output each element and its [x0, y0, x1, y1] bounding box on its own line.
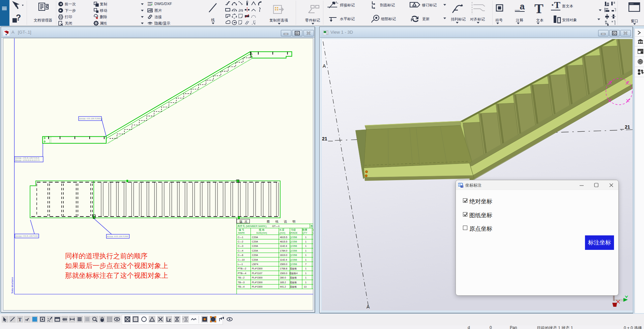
svg-text:A: A — [323, 63, 326, 69]
svg-text:1: 1 — [305, 272, 306, 275]
svg-text:C20A: C20A — [252, 236, 258, 239]
svg-text:花纹板: 花纹板 — [290, 276, 297, 279]
svg-text:C20A: C20A — [252, 249, 258, 252]
svg-text:花纹板4: 花纹板4 — [289, 272, 298, 275]
svg-text:1500.0: 1500.0 — [280, 272, 287, 275]
svg-text:PTB—4: PTB—4 — [238, 272, 246, 275]
svg-text:数: 数 — [311, 225, 313, 228]
svg-text:重: 重 — [313, 229, 314, 231]
svg-text:4615.5: 4615.5 — [280, 236, 287, 239]
svg-text:PTB—2: PTB—2 — [238, 267, 246, 270]
svg-text:L(mm): L(mm) — [279, 232, 285, 234]
svg-text:1: 1 — [305, 240, 306, 243]
svg-text:绝对坐标: 16.35,-1206.70,5600: 绝对坐标: 16.35,-1206.70,5600 — [107, 236, 128, 238]
svg-text:L50*4: L50*4 — [252, 263, 258, 266]
svg-text:Tekla structures: Tekla structures — [11, 277, 13, 294]
svg-text:同样的道理执行之前的顺序: 同样的道理执行之前的顺序 — [65, 252, 148, 260]
svg-text:数量: 数量 — [302, 228, 308, 231]
svg-text:绝对坐标: -6.35,-1206.70,5600.00: 绝对坐标: -6.35,-1206.70,5600.00 — [79, 118, 103, 120]
svg-text:T: T — [18, 317, 22, 322]
svg-text:那就坐标标注在了这个视图对象上: 那就坐标标注在了这个视图对象上 — [65, 272, 168, 279]
svg-text:C—3: C—3 — [238, 244, 243, 248]
svg-text:GRADE: GRADE — [289, 232, 298, 234]
svg-text:DWG: DWG — [148, 2, 153, 4]
svg-text:4615.5: 4615.5 — [280, 240, 287, 243]
svg-text:1: 1 — [305, 254, 306, 257]
svg-text:C20A: C20A — [252, 240, 258, 243]
svg-text:1: 1 — [305, 258, 306, 261]
svg-text:C—6: C—6 — [238, 254, 243, 257]
svg-text:1: 1 — [305, 244, 306, 248]
svg-text:280.0: 280.0 — [280, 276, 286, 279]
svg-text:165.2: 165.2 — [280, 281, 286, 284]
svg-text:等级: 等级 — [291, 228, 296, 231]
svg-text:长度: 长度 — [279, 228, 285, 231]
svg-text:构件号 (MEMBER MARK):: 构件号 (MEMBER MARK): — [237, 225, 267, 228]
svg-text:1619.0: 1619.0 — [280, 254, 287, 257]
svg-text:C20A: C20A — [252, 244, 258, 248]
svg-text:21: 21 — [625, 124, 630, 130]
svg-text:绝对坐标: 1726.35,-1206.70,46.0: 绝对坐标: 1726.35,-1206.70,46.0 — [16, 235, 38, 237]
svg-text:C20A: C20A — [252, 254, 258, 257]
svg-text:13: 13 — [304, 285, 306, 288]
svg-text:TS: TS — [461, 186, 463, 188]
svg-text:TB—3: TB—3 — [238, 281, 244, 284]
svg-text:1500.0: 1500.0 — [280, 263, 287, 266]
svg-text:花纹板: 花纹板 — [290, 281, 297, 284]
svg-text:7: 7 — [305, 263, 306, 266]
svg-text:C20A: C20A — [252, 258, 258, 261]
svg-text:PL4*1500: PL4*1500 — [252, 276, 263, 279]
svg-text:PL4*1500: PL4*1500 — [252, 267, 263, 270]
svg-text:版次: 版次 — [239, 220, 250, 223]
svg-text:441.2: 441.2 — [280, 285, 286, 288]
svg-text:绝对坐标: -1726.35,-1206.70,46.00: 绝对坐标: -1726.35,-1206.70,46.00 — [15, 157, 39, 159]
svg-text:SIZE(mm): SIZE(mm) — [256, 232, 267, 234]
svg-text:GT—1: GT—1 — [272, 225, 280, 228]
svg-text:A: A — [367, 304, 370, 309]
svg-text:花纹板: 花纹板 — [290, 286, 297, 288]
svg-text:Q235B: Q235B — [290, 236, 297, 239]
svg-text:C—2: C—2 — [238, 240, 243, 243]
svg-text:PL4*1500: PL4*1500 — [252, 285, 263, 288]
svg-text:C—10: C—10 — [238, 258, 244, 261]
svg-text:Q235B: Q235B — [290, 263, 297, 266]
svg-text:MARK: MARK — [238, 232, 245, 234]
svg-text:图纸坐标: -12706.35,60.30,3173.70: 图纸坐标: -12706.35,60.30,3173.70 — [15, 160, 40, 162]
svg-text:1: 1 — [305, 249, 306, 252]
svg-text:PL4*1107: PL4*1107 — [252, 272, 262, 275]
svg-text:TB—4: TB—4 — [238, 285, 244, 288]
svg-text:TB—2: TB—2 — [238, 276, 244, 279]
svg-text:1: 1 — [305, 236, 306, 239]
svg-text:Q235B: Q235B — [290, 240, 297, 243]
svg-text:1784.0: 1784.0 — [280, 249, 287, 252]
svg-text:U: U — [313, 232, 314, 234]
svg-text:1768.8: 1768.8 — [280, 267, 287, 270]
svg-text:QTY: QTY — [302, 232, 308, 234]
svg-text:Q235B: Q235B — [290, 250, 297, 252]
svg-text:1: 1 — [305, 276, 306, 279]
svg-text:C—1: C—1 — [238, 236, 243, 239]
svg-text:编 号: 编 号 — [238, 228, 244, 231]
svg-text:1: 1 — [305, 267, 306, 270]
svg-text:Q235B: Q235B — [290, 245, 297, 248]
svg-text:PL4*1500: PL4*1500 — [252, 281, 263, 284]
svg-text:L—1: L—1 — [238, 263, 243, 266]
svg-text:Q235B: Q235B — [290, 254, 297, 257]
svg-text:如果最后一步点在这个视图对象上: 如果最后一步点在这个视图对象上 — [65, 262, 168, 269]
svg-text:Q235B: Q235B — [290, 259, 297, 261]
svg-text:1142.4: 1142.4 — [280, 258, 287, 261]
svg-text:花纹板: 花纹板 — [290, 267, 297, 270]
svg-text:C—4: C—4 — [238, 249, 243, 252]
svg-text:图 纸 说 明: 图 纸 说 明 — [267, 220, 298, 223]
svg-text:1: 1 — [305, 281, 306, 284]
svg-text:DXF: DXF — [148, 4, 152, 6]
svg-text:21: 21 — [322, 136, 327, 141]
svg-text:1142.4: 1142.4 — [280, 244, 287, 248]
svg-text:规 格: 规 格 — [259, 228, 265, 231]
